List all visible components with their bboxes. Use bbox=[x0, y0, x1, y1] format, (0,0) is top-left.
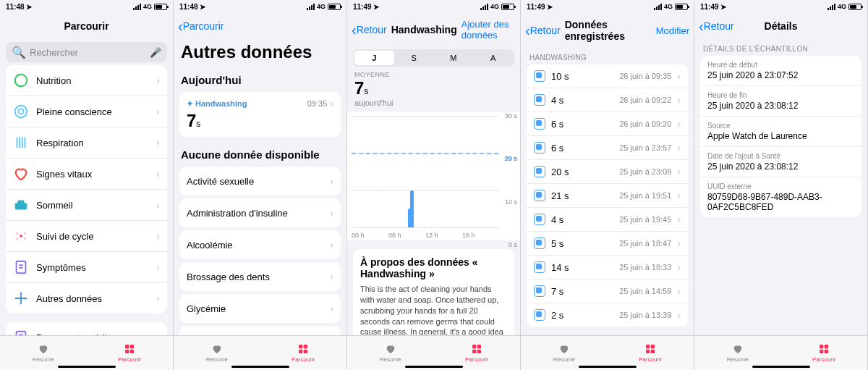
svg-rect-16 bbox=[299, 345, 302, 348]
record-row-6[interactable]: 4 s 25 juin à 19:45 › bbox=[527, 208, 688, 232]
record-time: 25 juin à 19:51 bbox=[619, 191, 671, 200]
detail-row-1: Heure de fin 25 juin 2020 à 23:08:12 bbox=[700, 86, 861, 117]
search-input[interactable]: 🔍 Rechercher 🎤 bbox=[6, 42, 167, 62]
browse-row-7[interactable]: Autres données › bbox=[6, 283, 167, 314]
record-row-8[interactable]: 14 s 25 juin à 18:33 › bbox=[527, 256, 688, 279]
category-icon bbox=[13, 228, 29, 244]
svg-rect-13 bbox=[130, 345, 134, 348]
data-row-3[interactable]: Brossage des dents› bbox=[179, 262, 341, 291]
record-time: 26 juin à 09:35 bbox=[619, 72, 671, 80]
data-row-2[interactable]: Alcoolémie› bbox=[179, 230, 341, 259]
segment-S[interactable]: S bbox=[394, 51, 434, 65]
tab-resume[interactable]: Résumé bbox=[0, 336, 87, 370]
record-row-5[interactable]: 21 s 25 juin à 19:51 › bbox=[527, 184, 688, 208]
browse-row-1[interactable]: Pleine conscience › bbox=[6, 96, 167, 127]
detail-value: 80759D68-9B67-489D-AAB3-0AF2C5BC8FED bbox=[707, 192, 854, 212]
detail-row-2: Source Apple Watch de Laurence bbox=[700, 117, 861, 147]
browse-row-2[interactable]: Respiration › bbox=[6, 127, 167, 159]
tab-resume[interactable]: Résumé bbox=[521, 336, 608, 370]
tab-parcourir[interactable]: Parcourir bbox=[434, 336, 521, 370]
record-row-0[interactable]: 10 s 26 juin à 09:35 › bbox=[527, 64, 688, 88]
tab-parcourir[interactable]: Parcourir bbox=[260, 336, 347, 370]
svg-point-9 bbox=[24, 237, 26, 240]
home-indicator[interactable] bbox=[231, 366, 289, 368]
data-row-5[interactable]: Indice UV› bbox=[179, 326, 341, 335]
category-icon bbox=[13, 104, 29, 119]
watch-icon bbox=[534, 94, 545, 106]
docs-icon bbox=[13, 329, 29, 335]
svg-point-7 bbox=[24, 232, 26, 235]
location-icon: ➤ bbox=[26, 3, 32, 11]
record-row-3[interactable]: 6 s 25 juin à 23:57 › bbox=[527, 136, 688, 160]
segment-M[interactable]: M bbox=[434, 51, 474, 65]
tab-parcourir[interactable]: Parcourir bbox=[781, 336, 868, 370]
time-range-segments: JSMA bbox=[353, 49, 514, 67]
segment-J[interactable]: J bbox=[354, 51, 394, 65]
watch-icon bbox=[534, 237, 545, 249]
detail-value: 25 juin 2020 à 23:07:52 bbox=[707, 70, 854, 80]
browse-row-4[interactable]: Sommeil › bbox=[6, 190, 167, 221]
back-button[interactable]: ‹Parcourir bbox=[178, 19, 224, 33]
svg-rect-12 bbox=[125, 345, 129, 348]
back-button[interactable]: ‹Retour bbox=[352, 22, 387, 37]
svg-rect-15 bbox=[130, 350, 134, 353]
signal-icon bbox=[133, 4, 141, 10]
record-value: 5 s bbox=[551, 238, 613, 249]
home-indicator[interactable] bbox=[405, 366, 463, 368]
battery-icon bbox=[501, 4, 514, 10]
detail-row-0: Heure de début 25 juin 2020 à 23:07:52 bbox=[700, 56, 861, 86]
back-button[interactable]: ‹Retour bbox=[699, 19, 734, 33]
x-tick: 00 h bbox=[352, 232, 365, 239]
browse-row-3[interactable]: Signes vitaux › bbox=[6, 159, 167, 190]
chevron-right-icon: › bbox=[330, 175, 333, 187]
add-data-button[interactable]: Ajouter des données bbox=[461, 19, 516, 41]
reference-label: 20 s bbox=[504, 155, 517, 162]
record-row-7[interactable]: 5 s 25 juin à 18:47 › bbox=[527, 232, 688, 256]
back-button[interactable]: ‹Retour bbox=[525, 23, 561, 38]
watch-icon bbox=[534, 214, 545, 225]
svg-rect-30 bbox=[820, 350, 823, 353]
record-row-9[interactable]: 7 s 25 juin à 14:59 › bbox=[527, 279, 688, 303]
chevron-right-icon: › bbox=[677, 118, 681, 130]
home-indicator[interactable] bbox=[752, 366, 810, 368]
location-icon: ➤ bbox=[720, 3, 726, 11]
svg-rect-19 bbox=[304, 350, 307, 353]
svg-rect-4 bbox=[17, 201, 24, 204]
tab-resume[interactable]: Résumé bbox=[347, 336, 434, 370]
avg-label: MOYENNE bbox=[354, 71, 513, 78]
home-indicator[interactable] bbox=[579, 366, 637, 368]
chevron-left-icon: ‹ bbox=[178, 19, 183, 33]
record-row-4[interactable]: 20 s 25 juin à 23:08 › bbox=[527, 160, 688, 184]
page-title: Autres données bbox=[174, 39, 346, 68]
browse-row-5[interactable]: Suivi de cycle › bbox=[6, 221, 167, 252]
tab-resume[interactable]: Résumé bbox=[174, 336, 260, 370]
data-row-4[interactable]: Glycémie› bbox=[179, 294, 341, 323]
record-value: 21 s bbox=[551, 190, 613, 201]
y-tick: 10 s bbox=[505, 198, 517, 206]
category-icon bbox=[13, 72, 29, 88]
handwashing-card[interactable]: ✦Handwashing 09:35› 7s bbox=[179, 92, 341, 137]
browse-row-6[interactable]: Symptômes › bbox=[6, 252, 167, 283]
data-row-1[interactable]: Administration d'insuline› bbox=[179, 198, 341, 227]
watch-icon bbox=[534, 309, 545, 321]
svg-rect-21 bbox=[477, 345, 481, 348]
record-row-2[interactable]: 6 s 26 juin à 09:20 › bbox=[527, 112, 688, 136]
edit-button[interactable]: Modifier bbox=[656, 25, 689, 36]
segment-A[interactable]: A bbox=[473, 51, 513, 65]
tab-resume[interactable]: Résumé bbox=[694, 336, 781, 370]
record-row-10[interactable]: 2 s 25 juin à 13:39 › bbox=[527, 303, 688, 327]
data-row-0[interactable]: Activité sexuelle› bbox=[179, 167, 341, 195]
home-indicator[interactable] bbox=[58, 366, 116, 368]
status-bar: 11:48➤ 4G bbox=[174, 0, 346, 13]
status-bar: 11:49➤ 4G bbox=[347, 0, 520, 13]
browse-row-0[interactable]: Nutrition › bbox=[6, 65, 167, 96]
tab-parcourir[interactable]: Parcourir bbox=[87, 336, 174, 370]
browse-row-docs[interactable]: Documents médicaux › bbox=[6, 322, 167, 335]
x-tick: 12 h bbox=[425, 232, 438, 239]
tab-parcourir[interactable]: Parcourir bbox=[608, 336, 694, 370]
battery-icon bbox=[675, 4, 688, 10]
record-row-1[interactable]: 4 s 26 juin à 09:22 › bbox=[527, 88, 688, 112]
svg-rect-24 bbox=[646, 345, 650, 348]
chevron-right-icon: › bbox=[156, 199, 160, 211]
chevron-right-icon: › bbox=[156, 261, 160, 273]
